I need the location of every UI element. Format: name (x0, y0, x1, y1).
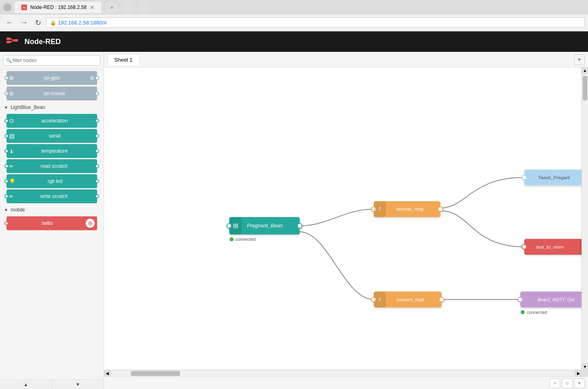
node-convert-mqtt[interactable]: f convert_mqtt (371, 291, 444, 307)
list-item: ⊙ acceleration (3, 114, 100, 128)
bottom-toolbar: − ○ + (104, 376, 588, 389)
window-max-button[interactable] (138, 2, 149, 13)
node-right-port (95, 194, 99, 198)
node-icon: ⚙ (9, 91, 14, 97)
scroll-thumb[interactable] (583, 76, 587, 100)
scroll-thumb-h[interactable] (131, 371, 180, 376)
scroll-up-arrow[interactable]: ▲ (582, 67, 588, 74)
svg-point-7 (297, 223, 302, 228)
window-min-button[interactable] (122, 2, 134, 13)
address-bar[interactable] (46, 18, 585, 28)
svg-line-2 (11, 39, 14, 40)
svg-text:▤: ▤ (233, 222, 238, 229)
canvas-tab-sheet1[interactable]: Sheet 1 (107, 54, 140, 65)
browser-titlebar: ● Node-RED : 192.168.2.58 ✕ + (0, 0, 588, 15)
list-item: ⚙ rpi-gpio ⚙ (3, 71, 100, 85)
node-read-scratch[interactable]: ✏ read scratch (7, 159, 97, 173)
list-item: ✏ read scratch (3, 159, 100, 173)
reload-button[interactable]: ↻ (33, 18, 44, 28)
zoom-out-button[interactable]: − (550, 378, 560, 388)
node-right-port (95, 91, 99, 96)
search-icon: 🔍 (6, 58, 12, 63)
tab-favicon: ● (21, 4, 27, 10)
svg-line-3 (11, 40, 14, 42)
browser-favicon (3, 3, 11, 11)
node-bean1-mqtt-out[interactable]: )))) Bean1_MQTT_Out (518, 291, 588, 307)
node-label: twilio (9, 220, 86, 226)
search-input[interactable] (3, 55, 100, 66)
new-tab-button[interactable]: + (106, 2, 118, 13)
node-icon: ⊕ (86, 219, 95, 228)
node-right-port (95, 134, 99, 138)
mqtt-status-dot (521, 310, 525, 314)
logo-icon (7, 36, 21, 47)
canvas-area: Sheet 1 + (104, 52, 588, 389)
svg-point-24 (522, 245, 527, 249)
node-text-to-mom[interactable]: text_to_mom (522, 239, 588, 255)
node-left-port (4, 164, 9, 168)
node-label: serial (15, 133, 95, 139)
node-rpi-gpio[interactable]: ⚙ rpi-gpio ⚙ (7, 71, 97, 85)
node-label: read scratch (13, 163, 95, 169)
browser-chrome: ● Node-RED : 192.168.2.58 ✕ + ← → ↻ 🔒 (0, 0, 588, 31)
back-button[interactable]: ← (3, 18, 16, 28)
flow-canvas[interactable]: ▤ Pregnant_Bean connected f decode_msg (104, 67, 588, 376)
svg-point-37 (518, 297, 523, 302)
scroll-down-button[interactable]: ▼ (52, 380, 104, 389)
node-label: rpi-gpio (14, 75, 90, 81)
zoom-reset-button[interactable]: ○ (562, 378, 572, 388)
section-label: mobile (11, 207, 25, 213)
scroll-up-button[interactable]: ▲ (0, 380, 52, 389)
svg-rect-4 (14, 39, 18, 42)
canvas-horizontal-scrollbar[interactable]: ◀ ▶ (104, 370, 581, 376)
scroll-track-h[interactable] (111, 370, 575, 376)
node-acceleration[interactable]: ⊙ acceleration (7, 114, 97, 128)
node-decode-msg[interactable]: f decode_msg (371, 201, 443, 217)
sidebar-search: 🔍 (0, 52, 104, 69)
node-tweet-pregant[interactable]: 🐦 Tweet_Pregant (522, 169, 588, 185)
scroll-track[interactable] (582, 74, 588, 363)
app-header: Node-RED (0, 31, 588, 52)
svg-point-18 (522, 175, 527, 180)
sidebar-section-mobile[interactable]: ▼ mobile (0, 205, 104, 215)
forward-button[interactable]: → (18, 18, 30, 28)
node-pregnant-bean[interactable]: ▤ Pregnant_Bean (227, 217, 302, 235)
node-serial[interactable]: ▤ serial (7, 129, 97, 143)
node-rgb-led[interactable]: 💡 rgb led (7, 174, 97, 188)
list-item: 💡 rgb led (3, 174, 100, 188)
add-tab-button[interactable]: + (574, 54, 585, 65)
node-left-port (4, 134, 9, 138)
node-label: write scratch (13, 193, 95, 199)
browser-tab[interactable]: ● Node-RED : 192.168.2.58 ✕ (15, 2, 101, 13)
section-label: LightBlue_Bean (11, 104, 45, 110)
node-icon: 💡 (9, 178, 16, 184)
svg-text:Pregnant_Bean: Pregnant_Bean (247, 223, 283, 229)
node-write-scratch[interactable]: ✏ write scratch (7, 189, 97, 203)
node-twilio[interactable]: twilio ⊕ (7, 216, 97, 230)
tab-close-button[interactable]: ✕ (90, 4, 95, 11)
canvas-tabs: Sheet 1 + (104, 52, 588, 67)
svg-rect-0 (7, 38, 11, 40)
node-label: acceleration (14, 118, 95, 124)
scroll-left-arrow[interactable]: ◀ (104, 370, 111, 377)
canvas-wrapper[interactable]: ▤ Pregnant_Bean connected f decode_msg (104, 67, 588, 376)
node-rpi-mouse[interactable]: ⚙ rpi-mouse (7, 87, 97, 100)
chevron-down-icon: ▼ (4, 105, 8, 110)
pregnant-bean-status-label: connected (235, 237, 255, 242)
scroll-down-arrow[interactable]: ▼ (582, 363, 588, 370)
node-right-port (95, 119, 99, 123)
node-left-port (4, 76, 9, 80)
zoom-in-button[interactable]: + (574, 378, 585, 388)
node-icon: ⚙ (9, 75, 14, 81)
node-temperature[interactable]: 🌡 temperature (7, 144, 97, 158)
svg-point-13 (438, 207, 443, 212)
list-item: twilio ⊕ (3, 216, 100, 230)
node-left-port (4, 194, 9, 198)
svg-text:decode_msg: decode_msg (396, 206, 424, 211)
sidebar-section-lightblue-bean[interactable]: ▼ LightBlue_Bean (0, 102, 104, 113)
node-right-port (95, 179, 99, 183)
scroll-right-arrow[interactable]: ▶ (575, 370, 581, 377)
node-right-port (95, 149, 99, 153)
node-icon: ⊙ (9, 117, 14, 124)
canvas-vertical-scrollbar[interactable]: ▲ ▼ (581, 67, 588, 370)
